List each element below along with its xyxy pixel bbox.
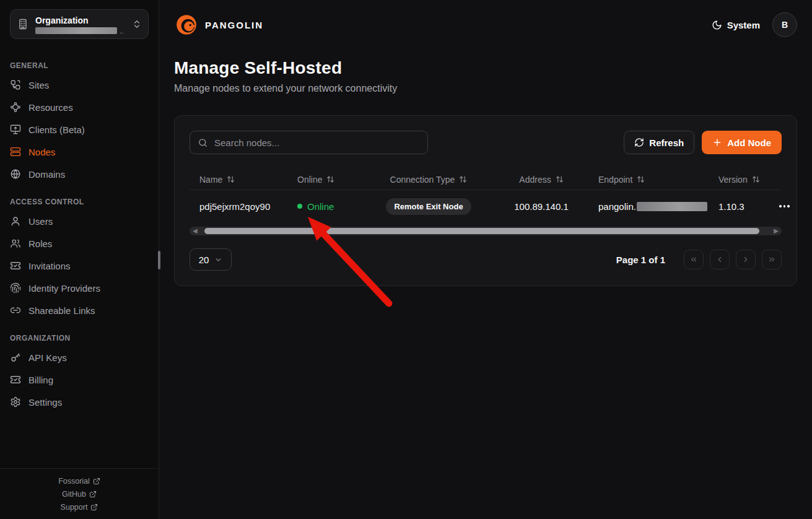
org-name-suffix: .. <box>120 28 123 34</box>
sidebar-item-shareable-links[interactable]: Shareable Links <box>0 299 159 321</box>
sidebar-item-sites[interactable]: Sites <box>0 74 159 96</box>
column-header-address[interactable]: Address <box>494 175 588 185</box>
column-header-name[interactable]: Name <box>190 175 287 185</box>
sort-icon <box>459 175 467 183</box>
fingerprint-icon <box>10 282 21 294</box>
previous-page-button[interactable] <box>710 250 730 269</box>
chevron-right-icon <box>741 255 750 264</box>
sidebar-item-invitations[interactable]: Invitations <box>0 255 159 277</box>
brand: PANGOLIN <box>174 12 263 37</box>
sidebar-item-label: Clients (Beta) <box>28 124 85 135</box>
next-page-button[interactable] <box>736 250 756 269</box>
page-size-value: 20 <box>199 255 209 265</box>
sidebar-item-label: Resources <box>28 102 73 113</box>
user-icon <box>10 216 21 227</box>
column-header-endpoint[interactable]: Endpoint <box>588 175 709 185</box>
row-actions <box>778 201 796 211</box>
page-head: Manage Self-Hosted Manage nodes to exten… <box>159 50 812 94</box>
page-size-select[interactable]: 20 <box>190 248 232 271</box>
footer-link-label: Support <box>61 503 88 512</box>
chevrons-up-down-icon <box>132 19 142 29</box>
nav-heading-organization: ORGANIZATION <box>10 334 149 342</box>
org-name-redacted <box>35 27 117 34</box>
clients-icon <box>10 124 21 135</box>
refresh-button-label: Refresh <box>649 137 684 148</box>
sidebar-item-clients[interactable]: Clients (Beta) <box>0 118 159 141</box>
sort-icon <box>227 175 235 183</box>
chevrons-left-icon <box>689 255 698 264</box>
sidebar-item-identity-providers[interactable]: Identity Providers <box>0 277 159 299</box>
address-cell: 100.89.140.1 <box>494 201 588 212</box>
last-page-button[interactable] <box>762 250 782 269</box>
avatar-initial: B <box>782 20 788 30</box>
sidebar: Organization .. GENERAL Sites Resources … <box>0 0 159 519</box>
external-link-icon <box>93 478 100 485</box>
footer-link-label: GitHub <box>62 490 86 499</box>
column-header-connection-type[interactable]: Connection Type <box>363 175 494 185</box>
org-switcher[interactable]: Organization .. <box>10 9 149 39</box>
connection-type-badge: Remote Exit Node <box>386 198 471 215</box>
billing-icon <box>10 374 21 385</box>
sidebar-item-label: Invitations <box>28 261 71 271</box>
horizontal-scrollbar[interactable]: ◀ ▶ <box>190 227 782 235</box>
theme-toggle[interactable]: System <box>712 20 760 30</box>
page-title: Manage Self-Hosted <box>174 58 797 78</box>
refresh-button[interactable]: Refresh <box>624 131 694 154</box>
sidebar-item-label: Roles <box>28 238 52 249</box>
sidebar-item-nodes[interactable]: Nodes <box>0 141 159 163</box>
chevron-down-icon <box>214 256 222 264</box>
search-input[interactable] <box>214 137 420 148</box>
row-actions-menu-button[interactable] <box>778 201 791 211</box>
chevrons-right-icon <box>767 255 776 264</box>
refresh-icon <box>634 137 644 147</box>
sidebar-item-billing[interactable]: Billing <box>0 369 159 391</box>
first-page-button[interactable] <box>684 250 704 269</box>
sidebar-item-api-keys[interactable]: API Keys <box>0 346 159 369</box>
resources-icon <box>10 102 21 113</box>
brand-name: PANGOLIN <box>205 20 263 30</box>
sidebar-item-roles[interactable]: Roles <box>0 232 159 255</box>
toolbar-actions: Refresh Add Node <box>624 131 782 154</box>
page-label: Page 1 of 1 <box>616 255 665 265</box>
table-row: pdj5ejxrm2qoy90 Online Remote Exit Node … <box>190 190 782 222</box>
node-name-cell: pdj5ejxrm2qoy90 <box>190 201 287 212</box>
pangolin-logo-icon <box>174 12 199 37</box>
scroll-left-icon[interactable]: ◀ <box>193 228 198 234</box>
column-header-label: Address <box>519 175 551 185</box>
pager-buttons <box>684 250 782 269</box>
column-header-label: Online <box>297 175 322 185</box>
column-header-label: Endpoint <box>598 175 632 185</box>
chevron-left-icon <box>715 255 724 264</box>
org-switcher-title: Organization <box>35 15 89 25</box>
column-header-online[interactable]: Online <box>287 175 363 185</box>
footer-link-fossorial[interactable]: Fossorial <box>58 477 100 486</box>
column-header-version[interactable]: Version <box>709 175 778 185</box>
sidebar-item-label: Nodes <box>28 147 55 157</box>
roles-icon <box>10 238 21 249</box>
avatar[interactable]: B <box>772 12 797 37</box>
external-link-icon <box>90 504 98 511</box>
sidebar-item-users[interactable]: Users <box>0 210 159 232</box>
org-switcher-text: Organization .. <box>35 15 126 34</box>
external-link-icon <box>89 491 97 498</box>
pager: Page 1 of 1 <box>616 250 782 269</box>
nav-heading-general: GENERAL <box>10 61 149 70</box>
online-dot-icon <box>297 204 302 209</box>
sidebar-item-domains[interactable]: Domains <box>0 163 159 185</box>
footer-link-github[interactable]: GitHub <box>62 490 97 499</box>
sidebar-item-label: Sites <box>28 80 49 90</box>
scrollbar-thumb[interactable] <box>204 228 759 234</box>
endpoint-prefix: pangolin. <box>598 201 636 212</box>
sidebar-item-settings[interactable]: Settings <box>0 391 159 413</box>
nav-heading-access-control: ACCESS CONTROL <box>10 198 149 206</box>
nodes-card: Refresh Add Node Name Online C <box>174 115 797 286</box>
sidebar-resize-handle[interactable] <box>158 251 160 269</box>
card-footer: 20 Page 1 of 1 <box>190 248 782 271</box>
footer-link-support[interactable]: Support <box>61 503 98 512</box>
online-status-label: Online <box>307 201 334 212</box>
sidebar-item-resources[interactable]: Resources <box>0 96 159 118</box>
scroll-right-icon[interactable]: ▶ <box>774 228 779 234</box>
add-node-button[interactable]: Add Node <box>702 131 782 154</box>
endpoint-cell: pangolin. <box>588 201 709 212</box>
sidebar-item-label: Users <box>28 216 53 227</box>
